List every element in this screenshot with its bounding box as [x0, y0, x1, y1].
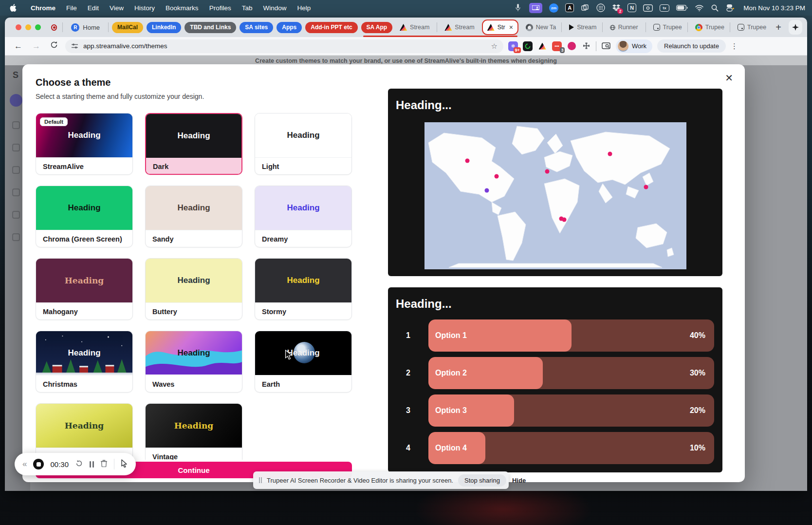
tab-new-tab[interactable]: New Ta	[522, 19, 558, 36]
theme-card-streamalive[interactable]: Default Heading StreamAlive	[36, 113, 133, 175]
theme-card-waves[interactable]: Heading Waves	[145, 331, 242, 393]
launchpad-icon[interactable]	[596, 3, 605, 13]
menubar-item-file[interactable]: File	[61, 4, 82, 12]
drag-handle-icon[interactable]	[259, 477, 262, 483]
zoom-app-icon[interactable]: zm	[549, 3, 558, 13]
spotlight-icon[interactable]	[710, 3, 719, 13]
url-text[interactable]: app.streamalive.com/themes	[83, 42, 486, 50]
menubar-item-profiles[interactable]: Profiles	[204, 4, 237, 12]
theme-card-earth[interactable]: Heading Earth	[255, 331, 352, 393]
browser-menu-icon[interactable]: ⋮	[731, 42, 738, 51]
tab-group-tbd-and-links[interactable]: TBD and Links	[185, 22, 236, 33]
theme-preview-heading: Heading	[68, 348, 100, 358]
hide-banner-button[interactable]: Hide	[512, 477, 526, 484]
pause-recording-button[interactable]	[90, 461, 94, 468]
poll-option-label: Option 1	[435, 331, 467, 340]
apple-menu-icon[interactable]	[10, 4, 17, 12]
close-modal-icon[interactable]: ✕	[725, 72, 733, 84]
menubar-item-history[interactable]: History	[129, 4, 160, 12]
tab-group-addin-ppt[interactable]: Add-in PPT etc	[305, 22, 357, 33]
menubar-item-window[interactable]: Window	[258, 4, 292, 12]
extension-icon-red[interactable]: ••• 3	[552, 41, 562, 51]
extensions-puzzle-icon[interactable]	[581, 41, 591, 51]
menubar-item-help[interactable]: Help	[292, 4, 316, 12]
back-button[interactable]: ←	[12, 41, 25, 51]
theme-card-dreamy[interactable]: Heading Dreamy	[255, 186, 352, 247]
dropbox-icon[interactable]: 2	[612, 3, 621, 13]
pinned-tab-home[interactable]: R Home	[66, 23, 105, 32]
maximize-window-button[interactable]	[35, 24, 41, 30]
restart-recording-button[interactable]	[75, 459, 83, 469]
tab-group-sa-sites[interactable]: SA sites	[240, 22, 273, 33]
menubar-clock[interactable]: Mon Nov 10 3:23 PM	[743, 4, 805, 12]
relaunch-to-update-button[interactable]: Relaunch to update	[657, 39, 726, 53]
tab-search-button[interactable]	[789, 20, 802, 35]
menubar-item-chrome[interactable]: Chrome	[25, 4, 61, 12]
menubar-item-bookmarks[interactable]: Bookmarks	[160, 4, 204, 12]
menubar-item-edit[interactable]: Edit	[82, 4, 104, 12]
extension-icon-pink[interactable]	[567, 41, 576, 51]
new-tab-button[interactable]: +	[772, 22, 785, 33]
theme-name: Mahogany	[36, 302, 132, 320]
screen-sharing-icon[interactable]	[529, 3, 542, 13]
recording-indicator-icon[interactable]	[51, 24, 57, 31]
microphone-icon[interactable]	[514, 3, 522, 13]
theme-card-mahogany[interactable]: Heading Mahogany	[36, 258, 133, 320]
tab-group-sa-app[interactable]: SA App	[361, 22, 392, 33]
theme-card-stormy[interactable]: Heading Stormy	[255, 258, 352, 320]
shortcuts-app-icon[interactable]: A	[565, 3, 574, 12]
forward-button[interactable]: →	[30, 41, 43, 51]
bookmark-star-icon[interactable]: ☆	[491, 42, 498, 51]
theme-card-christmas[interactable]: Heading Christmas	[36, 331, 133, 393]
reload-button[interactable]	[48, 41, 60, 51]
tab-group-linkedin[interactable]: LinkedIn	[147, 22, 181, 33]
extension-icon-streamalive[interactable]	[537, 41, 547, 51]
screen-capture-icon[interactable]	[601, 41, 611, 51]
tab-label: Trupee	[747, 24, 766, 31]
tab-stream-2[interactable]: Stream	[441, 19, 478, 36]
minimize-window-button[interactable]	[25, 24, 31, 30]
theme-card-buttery[interactable]: Heading Buttery	[145, 258, 242, 320]
delete-recording-button[interactable]	[100, 459, 108, 469]
notion-icon[interactable]: N	[627, 3, 636, 12]
tab-label: New Ta	[536, 24, 556, 31]
theme-card-vintage[interactable]: Heading Vintage	[145, 403, 242, 460]
theme-card-light[interactable]: Heading Light	[255, 113, 352, 175]
stop-sharing-button[interactable]: Stop sharing	[458, 474, 506, 487]
profile-chip[interactable]: Work	[616, 39, 652, 53]
window-controls[interactable]	[16, 24, 41, 30]
close-window-button[interactable]	[16, 24, 21, 30]
menubar-status-area: zm A 2 N tx Mon Nov 10 3:23 PM	[514, 3, 812, 13]
tab-stream-1[interactable]: Stream	[396, 19, 433, 36]
tab-stream-video[interactable]: Stream	[565, 19, 599, 36]
tab-trupee-3[interactable]: Trupee	[734, 19, 768, 36]
close-tab-icon[interactable]: ×	[509, 23, 513, 31]
tab-group-apps[interactable]: Apps	[277, 22, 302, 33]
stop-recording-button[interactable]	[33, 459, 44, 469]
keyboard-expander-icon[interactable]: tx	[660, 4, 669, 12]
menubar-item-tab[interactable]: Tab	[237, 4, 258, 12]
user-switch-icon[interactable]	[726, 3, 735, 13]
tab-streamalive-active[interactable]: Str ×	[482, 19, 518, 35]
copy-icon[interactable]	[581, 3, 590, 13]
extension-icon-purple[interactable]: ❄ 9+	[508, 41, 518, 51]
address-bar[interactable]: app.streamalive.com/themes ☆	[65, 39, 503, 53]
theme-card-dunes[interactable]: Heading Dunes	[36, 403, 133, 460]
site-settings-icon[interactable]	[71, 43, 78, 49]
menubar-item-view[interactable]: View	[104, 4, 129, 12]
collapse-toolbar-button[interactable]: «	[22, 459, 27, 469]
theme-card-dark[interactable]: Heading Dark	[145, 113, 242, 175]
extension-icon-dark[interactable]	[523, 41, 533, 51]
profile-name: Work	[632, 42, 646, 50]
tab-runner[interactable]: Runner	[606, 19, 642, 36]
theme-card-sandy[interactable]: Heading Sandy	[145, 186, 242, 247]
theme-preview-heading: Heading	[177, 348, 210, 358]
theme-card-chroma[interactable]: Heading Chroma (Green Screen)	[36, 186, 133, 247]
tab-trupee-2[interactable]: Trupee	[691, 19, 726, 36]
wifi-icon[interactable]	[695, 3, 703, 13]
onepassword-icon[interactable]	[643, 3, 653, 13]
chrome-icon	[526, 24, 533, 31]
cursor-tool-button[interactable]	[121, 459, 128, 469]
tab-trupee-1[interactable]: Trupee	[649, 19, 684, 36]
tab-group-mailcal[interactable]: MailCal	[112, 22, 143, 33]
